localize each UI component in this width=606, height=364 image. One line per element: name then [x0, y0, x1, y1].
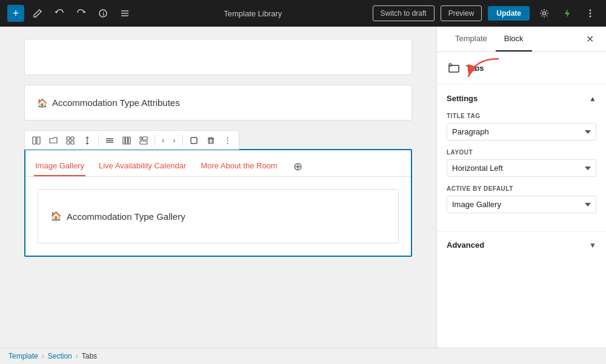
advanced-title: Advanced: [447, 240, 484, 250]
svg-text:i: i: [103, 11, 105, 17]
more-options-btn[interactable]: [582, 5, 599, 22]
editor-area: 🏠 Accommodation Type Attributes: [0, 27, 436, 348]
sidebar-block-header: Tabs: [437, 52, 606, 84]
home-icon: 🏠: [37, 98, 47, 108]
svg-rect-20: [123, 137, 125, 144]
gallery-home-icon: 🏠: [50, 211, 62, 222]
placeholder-block-top: [24, 39, 412, 75]
attributes-block-label: Accommodation Type Attributes: [52, 98, 180, 108]
toolbar-sep-1: [98, 135, 99, 146]
sidebar-block-header-wrapper: Tabs: [437, 52, 606, 84]
main-layout: 🏠 Accommodation Type Attributes: [0, 27, 606, 348]
tabs-container: Image Gallery Live Availability Calendar…: [24, 149, 412, 257]
breadcrumb-bar: Template › Section › Tabs: [0, 348, 606, 364]
toolbar-prev-btn[interactable]: ‹: [158, 133, 168, 147]
active-label: ACTIVE BY DEFAULT: [447, 185, 596, 192]
svg-rect-15: [71, 141, 74, 144]
page-title: Template Library: [224, 9, 282, 18]
info-button[interactable]: i: [95, 6, 112, 21]
svg-marker-6: [565, 9, 570, 18]
breadcrumb-sep-1: ›: [42, 352, 44, 360]
settings-title: Settings: [447, 94, 478, 103]
svg-rect-12: [67, 137, 70, 140]
tab-more-about-room[interactable]: More About the Room: [199, 156, 278, 176]
top-bar-left: + i: [7, 5, 133, 22]
list-view-button[interactable]: [116, 6, 133, 21]
attributes-block-content: 🏠 Accommodation Type Attributes: [37, 98, 399, 108]
svg-rect-21: [126, 137, 128, 144]
settings-icon-btn[interactable]: [536, 5, 553, 22]
svg-point-5: [543, 12, 546, 15]
svg-point-9: [590, 16, 591, 18]
svg-rect-25: [140, 141, 147, 144]
add-block-button[interactable]: +: [7, 5, 24, 22]
edit-icon-btn[interactable]: [29, 6, 46, 21]
settings-section: Settings ▲ TITLE TAG Paragraph H1H2H3 LA…: [437, 84, 606, 231]
tabs-content: 🏠 Accommodation Type Gallery: [25, 177, 411, 256]
sidebar-close-button[interactable]: ✕: [584, 31, 596, 47]
block-name-label: Tabs: [466, 64, 484, 73]
toolbar-columns-multi-btn[interactable]: [119, 134, 135, 147]
toolbar-square-btn[interactable]: [186, 134, 202, 147]
toolbar-folder-btn[interactable]: [45, 134, 61, 147]
svg-point-7: [590, 10, 591, 12]
block-toolbar: ‹ › ⋮: [24, 130, 239, 150]
active-select[interactable]: Image Gallery Live Availability Calendar…: [447, 196, 596, 213]
sidebar-tab-template[interactable]: Template: [447, 27, 496, 51]
title-tag-label: TITLE TAG: [447, 113, 596, 119]
tabs-header: Image Gallery Live Availability Calendar…: [25, 150, 411, 177]
breadcrumb-sep-2: ›: [76, 352, 78, 360]
toolbar-move-btn[interactable]: [79, 134, 95, 147]
breadcrumb-current: Tabs: [82, 352, 97, 360]
form-group-layout: LAYOUT Horizontal Left Horizontal Right …: [447, 149, 596, 177]
advanced-header[interactable]: Advanced ▼: [447, 232, 596, 258]
svg-rect-14: [67, 141, 70, 144]
svg-rect-27: [208, 139, 213, 144]
top-bar: + i Template Library Switch to draft Pre…: [0, 0, 606, 27]
gallery-block-label: Accommodation Type Gallery: [67, 211, 185, 222]
attributes-block: 🏠 Accommodation Type Attributes: [24, 85, 412, 121]
sidebar-tab-group: Template Block: [447, 27, 532, 51]
form-group-active: ACTIVE BY DEFAULT Image Gallery Live Ava…: [447, 185, 596, 213]
switch-to-draft-button[interactable]: Switch to draft: [373, 5, 435, 21]
layout-label: LAYOUT: [447, 149, 596, 156]
title-tag-select[interactable]: Paragraph H1H2H3: [447, 123, 596, 141]
inner-gallery-block: 🏠 Accommodation Type Gallery: [38, 189, 399, 243]
sidebar-tab-block[interactable]: Block: [496, 27, 532, 51]
advanced-section: Advanced ▼: [437, 231, 606, 258]
sidebar: Template Block ✕ Tabs: [436, 27, 606, 348]
advanced-chevron-icon: ▼: [589, 241, 596, 250]
toolbar-trash-btn[interactable]: [203, 134, 219, 147]
undo-button[interactable]: [51, 6, 68, 21]
toolbar-columns-multi2-btn[interactable]: [136, 134, 152, 147]
toolbar-grid-btn[interactable]: [62, 134, 78, 147]
tab-image-gallery[interactable]: Image Gallery: [34, 156, 85, 176]
update-button[interactable]: Update: [488, 6, 530, 21]
settings-collapse-icon: ▲: [589, 94, 596, 103]
svg-rect-24: [143, 137, 148, 140]
svg-rect-13: [71, 137, 74, 140]
preview-button[interactable]: Preview: [441, 5, 482, 21]
tab-live-calendar[interactable]: Live Availability Calendar: [98, 156, 187, 176]
svg-rect-29: [449, 64, 451, 66]
tab-add-button[interactable]: ⊕: [291, 159, 305, 174]
svg-rect-22: [128, 137, 130, 144]
toolbar-next-btn[interactable]: ›: [169, 133, 179, 147]
form-group-title-tag: TITLE TAG Paragraph H1H2H3: [447, 113, 596, 141]
svg-rect-26: [191, 137, 197, 144]
redo-button[interactable]: [73, 6, 90, 21]
toolbar-more-btn[interactable]: ⋮: [220, 133, 235, 147]
layout-select[interactable]: Horizontal Left Horizontal Right Vertica…: [447, 159, 596, 177]
toolbar-sep-2: [155, 135, 155, 146]
toolbar-columns2-btn[interactable]: [28, 134, 44, 147]
breadcrumb-template[interactable]: Template: [8, 352, 38, 360]
top-bar-right: Switch to draft Preview Update: [373, 5, 599, 22]
lightning-icon-btn[interactable]: [559, 5, 576, 22]
tabs-block-icon: [447, 61, 461, 75]
toolbar-align-btn[interactable]: [102, 134, 118, 147]
settings-header[interactable]: Settings ▲: [447, 94, 596, 103]
toolbar-sep-3: [182, 135, 183, 146]
sidebar-tabs: Template Block ✕: [437, 27, 606, 52]
svg-rect-28: [449, 65, 459, 72]
breadcrumb-section[interactable]: Section: [48, 352, 72, 360]
